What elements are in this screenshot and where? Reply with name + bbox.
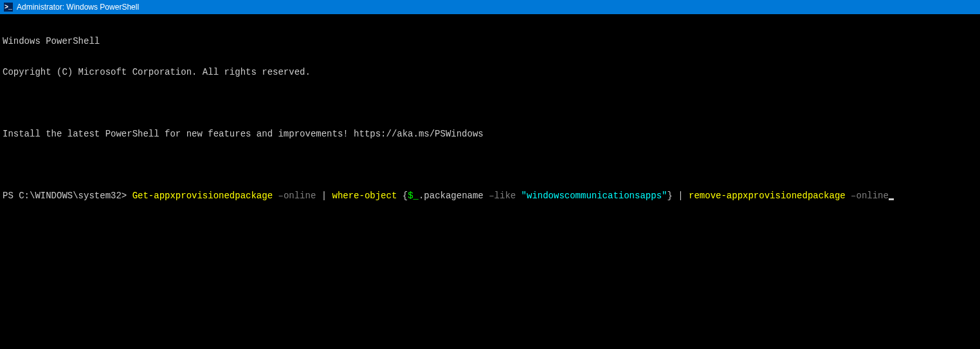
window-titlebar[interactable]: >_ Administrator: Windows PowerShell xyxy=(0,0,980,14)
terminal-output-area[interactable]: Windows PowerShell Copyright (C) Microso… xyxy=(0,14,980,212)
blank-line xyxy=(3,98,977,108)
cmd-token-variable: $_ xyxy=(408,191,419,201)
cmd-token-pipe: | xyxy=(322,191,327,201)
banner-line: Copyright (C) Microsoft Corporation. All… xyxy=(3,67,977,77)
cmd-token-pipe: | xyxy=(678,191,683,201)
cmd-token-string: "windowscommunicationsapps" xyxy=(522,191,667,201)
powershell-icon: >_ xyxy=(4,3,13,12)
install-message: Install the latest PowerShell for new fe… xyxy=(3,129,977,139)
cmd-token-cmdlet: Get-appxprovisionedpackage xyxy=(132,191,273,201)
cmd-token-member: .packagename xyxy=(419,191,489,201)
cmd-token-param: –online xyxy=(273,191,322,201)
prompt-line[interactable]: PS C:\WINDOWS\system32> Get-appxprovisio… xyxy=(3,191,977,201)
cmd-token-param: –online xyxy=(851,191,889,201)
cmd-token-brace: { xyxy=(403,191,408,201)
cmd-token-cmdlet: where-object xyxy=(327,191,403,201)
cmd-token-brace: } xyxy=(667,191,672,201)
blank-line xyxy=(3,160,977,170)
cmd-token-space xyxy=(673,191,678,201)
banner-line: Windows PowerShell xyxy=(3,36,977,46)
window-title: Administrator: Windows PowerShell xyxy=(17,3,139,12)
prompt-text: PS C:\WINDOWS\system32> xyxy=(3,191,132,201)
cursor xyxy=(889,198,894,200)
cmd-token-operator: –like xyxy=(489,191,521,201)
cmd-token-cmdlet: remove-appxprovisionedpackage xyxy=(684,191,851,201)
